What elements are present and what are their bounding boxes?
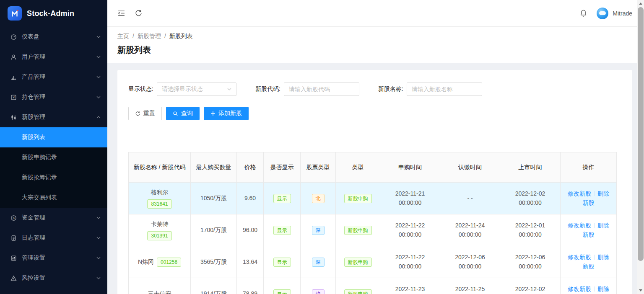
type-cell: 新股申购 <box>336 183 380 214</box>
link-divider <box>594 255 595 260</box>
col-header-pay-time: 认缴时间 <box>440 152 500 183</box>
sidebar-item-admin-settings[interactable]: 管理设置 <box>0 248 107 268</box>
dashboard-icon <box>10 34 17 40</box>
stock-code-badge: 831641 <box>147 199 171 209</box>
market-cell: 北 <box>301 183 336 214</box>
stock-name: N炜冈 <box>138 258 154 265</box>
list-time-cell: 2022-12-0600:00:00 <box>500 246 561 278</box>
status-select[interactable]: 请选择显示状态 <box>157 83 236 96</box>
max-buy-cell: 1700/万股 <box>191 214 237 246</box>
bell-icon[interactable] <box>579 9 587 17</box>
sidebar-item-label: 日志管理 <box>22 234 91 242</box>
sidebar-item-label: 仪表盘 <box>22 33 91 41</box>
submenu-item-subscription-records[interactable]: 新股申购记录 <box>0 147 107 168</box>
breadcrumb-section[interactable]: 新股管理 <box>138 33 161 40</box>
chevron-down-icon <box>96 237 101 239</box>
submenu-item-grab-records[interactable]: 新股抢筹记录 <box>0 168 107 188</box>
sidebar-item-fund-management[interactable]: $ 资金管理 <box>0 208 107 228</box>
apply-time-cell: 2022-11-2300:00:00 <box>380 278 440 294</box>
sidebar-item-label: 管理设置 <box>22 254 91 262</box>
brand[interactable]: Stock-Admin <box>0 0 107 27</box>
svg-text:¥: ¥ <box>13 95 15 99</box>
link-divider <box>594 223 595 228</box>
sidebar-item-user-management[interactable]: 用户管理 <box>0 47 107 67</box>
link-divider <box>594 191 595 196</box>
stock-name: 三未信安 <box>133 289 186 294</box>
scrollbar-thumb[interactable] <box>638 7 644 261</box>
menu-fold-icon[interactable] <box>117 9 125 17</box>
apply-time: 00:00:00 <box>384 199 436 208</box>
add-new-stock-button[interactable]: 添加新股 <box>204 107 249 120</box>
apply-date: 2022-11-23 <box>384 285 436 294</box>
col-header-list-time: 上市时间 <box>500 152 561 183</box>
filter-name-group: 新股名称: <box>378 83 482 96</box>
sidebar-item-product-management[interactable]: 产品管理 <box>0 67 107 87</box>
list-time: 00:00:00 <box>504 199 556 208</box>
sidebar-item-position-management[interactable]: ¥ 持仓管理 <box>0 87 107 107</box>
code-filter-label: 新股代码: <box>255 85 280 93</box>
sidebar-item-risk-settings[interactable]: 风控设置 <box>0 268 107 288</box>
col-header-type: 类型 <box>336 152 380 183</box>
stock-name-cell: N炜冈001256 <box>129 246 191 278</box>
pay-time: 00:00:00 <box>444 262 496 271</box>
sidebar-item-log-management[interactable]: 日志管理 <box>0 228 107 248</box>
market-badge: 沪 <box>312 289 325 294</box>
scroll-up-arrow-icon[interactable] <box>637 0 644 7</box>
refresh-icon[interactable] <box>135 9 143 17</box>
stock-code-badge: 001256 <box>157 258 181 267</box>
apply-time-cell: 2022-11-2100:00:00 <box>380 183 440 214</box>
breadcrumb-home[interactable]: 主页 <box>117 33 129 40</box>
table-row: 格利尔 831641 1050/万股 9.60 显示 北 新股申购 2022-1… <box>129 183 617 214</box>
code-input[interactable] <box>284 83 359 96</box>
stock-name-cell: 格利尔 831641 <box>129 183 191 214</box>
submenu-item-label: 大宗交易列表 <box>22 194 57 201</box>
edit-stock-link[interactable]: 修改新股 <box>568 190 591 197</box>
col-header-price: 价格 <box>237 152 264 183</box>
submenu-item-new-stock-list[interactable]: 新股列表 <box>0 127 107 147</box>
avatar <box>597 8 608 19</box>
scroll-down-arrow-icon[interactable] <box>637 287 644 294</box>
table-row: 卡莱特 301391 1700/万股 96.00 显示 深 新股申购 2022-… <box>129 214 617 246</box>
apply-date: 2022-11-21 <box>384 189 436 199</box>
table-header-row: 新股名称 / 新股代码 最大购买数量 价格 是否显示 股票类型 类型 申购时间 … <box>129 152 617 183</box>
price-cell: 96.00 <box>237 214 264 246</box>
stock-code-badge: 301391 <box>147 231 171 240</box>
type-cell: 新股申购 <box>336 214 380 246</box>
product-management-icon <box>10 74 17 80</box>
list-date: 2022-12-02 <box>504 285 556 294</box>
link-divider <box>594 286 595 291</box>
name-input[interactable] <box>407 83 482 96</box>
max-buy-cell: 1914/万股 <box>191 278 237 294</box>
add-button-label: 添加新股 <box>218 110 242 117</box>
edit-stock-link[interactable]: 修改新股 <box>568 286 591 292</box>
breadcrumb-current: 新股列表 <box>169 33 193 40</box>
operations-cell: 修改新股删除新股 <box>561 278 617 294</box>
sidebar-item-label: 风控设置 <box>22 274 91 282</box>
search-button[interactable]: 查询 <box>166 107 200 120</box>
sidebar-item-label: 产品管理 <box>22 73 91 81</box>
market-badge: 深 <box>312 226 325 235</box>
col-header-market: 股票类型 <box>301 152 336 183</box>
sidebar-item-new-stock-management[interactable]: 新股管理 <box>0 107 107 127</box>
breadcrumb: 主页 / 新股管理 / 新股列表 <box>117 33 634 40</box>
chevron-down-icon <box>96 76 101 78</box>
apply-date: 2022-11-22 <box>384 221 436 230</box>
breadcrumb-separator: / <box>164 33 166 40</box>
visible-cell: 显示 <box>264 278 301 294</box>
submenu-item-label: 新股抢筹记录 <box>22 174 57 181</box>
submenu-item-block-trade-list[interactable]: 大宗交易列表 <box>0 188 107 208</box>
page-title: 新股列表 <box>117 44 634 56</box>
edit-stock-link[interactable]: 修改新股 <box>568 254 591 260</box>
user-menu[interactable]: Mitrade <box>597 8 632 19</box>
vertical-scrollbar[interactable] <box>637 0 644 294</box>
pay-date: - - <box>444 194 496 203</box>
stock-name-cell: 三未信安 <box>129 278 191 294</box>
user-management-icon <box>10 54 17 60</box>
sidebar-item-dashboard[interactable]: 仪表盘 <box>0 27 107 47</box>
reset-button[interactable]: 重置 <box>128 107 162 120</box>
col-header-visible: 是否显示 <box>264 152 301 183</box>
new-stock-icon <box>10 114 17 121</box>
pay-time-cell: - - <box>440 183 500 214</box>
edit-stock-link[interactable]: 修改新股 <box>568 222 591 229</box>
pay-date: 2022-11-24 <box>444 221 496 230</box>
